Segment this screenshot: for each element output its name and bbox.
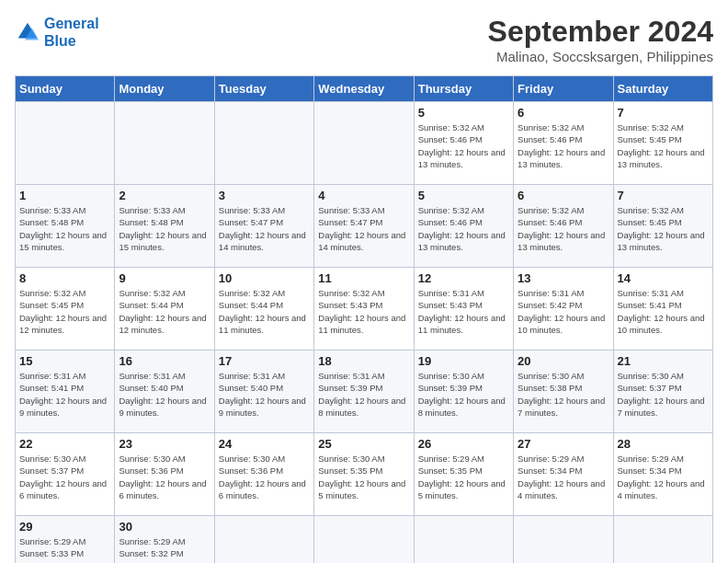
calendar-cell: 8Sunrise: 5:32 AMSunset: 5:45 PMDaylight… <box>16 268 115 350</box>
day-info: Sunrise: 5:31 AMSunset: 5:41 PMDaylight:… <box>19 370 110 419</box>
day-info: Sunrise: 5:32 AMSunset: 5:46 PMDaylight:… <box>418 204 509 253</box>
calendar-cell: 7Sunrise: 5:32 AMSunset: 5:45 PMDaylight… <box>613 185 712 268</box>
day-number: 7 <box>618 189 709 202</box>
day-number: 5 <box>418 189 509 202</box>
week-row-5: 29Sunrise: 5:29 AMSunset: 5:33 PMDayligh… <box>16 516 713 564</box>
day-number: 25 <box>318 437 409 451</box>
calendar-table: SundayMondayTuesdayWednesdayThursdayFrid… <box>15 75 713 563</box>
header-cell-thursday: Thursday <box>414 76 513 102</box>
day-number: 10 <box>219 271 310 285</box>
day-number: 13 <box>518 271 609 285</box>
day-info: Sunrise: 5:32 AMSunset: 5:46 PMDaylight:… <box>518 204 609 253</box>
calendar-cell: 9Sunrise: 5:32 AMSunset: 5:44 PMDaylight… <box>115 268 214 350</box>
calendar-cell <box>214 102 313 185</box>
day-number: 9 <box>119 271 210 285</box>
day-info: Sunrise: 5:31 AMSunset: 5:40 PMDaylight:… <box>119 370 210 419</box>
week-row-4: 22Sunrise: 5:30 AMSunset: 5:37 PMDayligh… <box>16 433 713 516</box>
day-number: 29 <box>19 520 110 534</box>
calendar-cell <box>613 516 712 564</box>
day-info: Sunrise: 5:32 AMSunset: 5:44 PMDaylight:… <box>119 287 210 336</box>
week-row-1: 1Sunrise: 5:33 AMSunset: 5:48 PMDaylight… <box>16 185 713 268</box>
calendar-cell: 20Sunrise: 5:30 AMSunset: 5:38 PMDayligh… <box>514 350 613 433</box>
calendar-cell: 27Sunrise: 5:29 AMSunset: 5:34 PMDayligh… <box>514 433 613 516</box>
calendar-cell: 23Sunrise: 5:30 AMSunset: 5:36 PMDayligh… <box>115 433 214 516</box>
day-number: 23 <box>119 437 210 451</box>
calendar-cell: 12Sunrise: 5:31 AMSunset: 5:43 PMDayligh… <box>414 268 513 350</box>
calendar-cell: 21Sunrise: 5:30 AMSunset: 5:37 PMDayligh… <box>613 350 712 433</box>
day-number: 14 <box>618 271 709 285</box>
title-block: September 2024 Malinao, Soccsksargen, Ph… <box>488 15 713 64</box>
calendar-cell: 13Sunrise: 5:31 AMSunset: 5:42 PMDayligh… <box>514 268 613 350</box>
day-number: 15 <box>19 354 110 368</box>
day-info: Sunrise: 5:31 AMSunset: 5:42 PMDaylight:… <box>518 287 609 336</box>
day-number: 6 <box>518 106 609 120</box>
day-info: Sunrise: 5:29 AMSunset: 5:35 PMDaylight:… <box>418 453 509 501</box>
day-info: Sunrise: 5:32 AMSunset: 5:46 PMDaylight:… <box>418 121 509 170</box>
calendar-cell: 10Sunrise: 5:32 AMSunset: 5:44 PMDayligh… <box>214 268 313 350</box>
calendar-cell: 4Sunrise: 5:33 AMSunset: 5:47 PMDaylight… <box>314 185 414 268</box>
calendar-cell: 30Sunrise: 5:29 AMSunset: 5:32 PMDayligh… <box>115 516 214 564</box>
day-info: Sunrise: 5:33 AMSunset: 5:47 PMDaylight:… <box>318 204 409 253</box>
day-number: 17 <box>219 354 310 368</box>
day-info: Sunrise: 5:33 AMSunset: 5:48 PMDaylight:… <box>19 204 110 253</box>
calendar-cell: 14Sunrise: 5:31 AMSunset: 5:41 PMDayligh… <box>613 268 712 350</box>
day-info: Sunrise: 5:29 AMSunset: 5:34 PMDaylight:… <box>618 453 709 501</box>
day-number: 16 <box>119 354 210 368</box>
logo-icon <box>15 19 40 45</box>
calendar-cell: 5Sunrise: 5:32 AMSunset: 5:46 PMDaylight… <box>414 185 513 268</box>
calendar-cell: 22Sunrise: 5:30 AMSunset: 5:37 PMDayligh… <box>16 433 115 516</box>
day-info: Sunrise: 5:32 AMSunset: 5:45 PMDaylight:… <box>19 287 110 336</box>
page-header: General Blue September 2024 Malinao, Soc… <box>15 15 713 64</box>
day-info: Sunrise: 5:29 AMSunset: 5:33 PMDaylight:… <box>19 535 110 563</box>
week-row-0: 5Sunrise: 5:32 AMSunset: 5:46 PMDaylight… <box>16 102 713 185</box>
day-number: 7 <box>618 106 709 120</box>
calendar-cell: 3Sunrise: 5:33 AMSunset: 5:47 PMDaylight… <box>214 185 313 268</box>
calendar-cell: 6Sunrise: 5:32 AMSunset: 5:46 PMDaylight… <box>514 185 613 268</box>
day-number: 2 <box>119 189 210 202</box>
day-number: 5 <box>418 106 509 120</box>
day-number: 26 <box>418 437 509 451</box>
day-info: Sunrise: 5:33 AMSunset: 5:48 PMDaylight:… <box>119 204 210 253</box>
day-info: Sunrise: 5:30 AMSunset: 5:36 PMDaylight:… <box>219 453 310 501</box>
calendar-cell: 24Sunrise: 5:30 AMSunset: 5:36 PMDayligh… <box>214 433 313 516</box>
calendar-cell <box>314 102 414 185</box>
calendar-cell: 6Sunrise: 5:32 AMSunset: 5:46 PMDaylight… <box>514 102 613 185</box>
day-info: Sunrise: 5:30 AMSunset: 5:38 PMDaylight:… <box>518 370 609 419</box>
logo-text: General Blue <box>44 15 99 50</box>
calendar-cell <box>214 516 313 564</box>
day-info: Sunrise: 5:30 AMSunset: 5:39 PMDaylight:… <box>418 370 509 419</box>
day-number: 1 <box>19 189 110 202</box>
calendar-cell: 25Sunrise: 5:30 AMSunset: 5:35 PMDayligh… <box>314 433 414 516</box>
header-cell-wednesday: Wednesday <box>314 76 414 102</box>
calendar-cell: 17Sunrise: 5:31 AMSunset: 5:40 PMDayligh… <box>214 350 313 433</box>
calendar-cell: 26Sunrise: 5:29 AMSunset: 5:35 PMDayligh… <box>414 433 513 516</box>
day-info: Sunrise: 5:32 AMSunset: 5:43 PMDaylight:… <box>318 287 409 336</box>
calendar-cell: 11Sunrise: 5:32 AMSunset: 5:43 PMDayligh… <box>314 268 414 350</box>
logo: General Blue <box>15 15 99 50</box>
calendar-cell: 15Sunrise: 5:31 AMSunset: 5:41 PMDayligh… <box>16 350 115 433</box>
day-info: Sunrise: 5:31 AMSunset: 5:41 PMDaylight:… <box>618 287 709 336</box>
day-number: 6 <box>518 189 609 202</box>
header-cell-monday: Monday <box>115 76 214 102</box>
header-cell-sunday: Sunday <box>16 76 115 102</box>
calendar-cell <box>314 516 414 564</box>
day-number: 11 <box>318 271 409 285</box>
calendar-cell: 1Sunrise: 5:33 AMSunset: 5:48 PMDaylight… <box>16 185 115 268</box>
day-number: 18 <box>318 354 409 368</box>
day-number: 19 <box>418 354 509 368</box>
calendar-cell <box>16 102 115 185</box>
week-row-2: 8Sunrise: 5:32 AMSunset: 5:45 PMDaylight… <box>16 268 713 350</box>
location-subtitle: Malinao, Soccsksargen, Philippines <box>488 49 713 64</box>
calendar-cell: 29Sunrise: 5:29 AMSunset: 5:33 PMDayligh… <box>16 516 115 564</box>
day-info: Sunrise: 5:33 AMSunset: 5:47 PMDaylight:… <box>219 204 310 253</box>
day-number: 27 <box>518 437 609 451</box>
day-info: Sunrise: 5:32 AMSunset: 5:45 PMDaylight:… <box>618 121 709 170</box>
day-info: Sunrise: 5:31 AMSunset: 5:39 PMDaylight:… <box>318 370 409 419</box>
month-title: September 2024 <box>488 15 713 49</box>
day-info: Sunrise: 5:29 AMSunset: 5:34 PMDaylight:… <box>518 453 609 501</box>
calendar-cell: 18Sunrise: 5:31 AMSunset: 5:39 PMDayligh… <box>314 350 414 433</box>
day-number: 4 <box>318 189 409 202</box>
calendar-cell: 7Sunrise: 5:32 AMSunset: 5:45 PMDaylight… <box>613 102 712 185</box>
day-info: Sunrise: 5:32 AMSunset: 5:45 PMDaylight:… <box>618 204 709 253</box>
day-number: 12 <box>418 271 509 285</box>
